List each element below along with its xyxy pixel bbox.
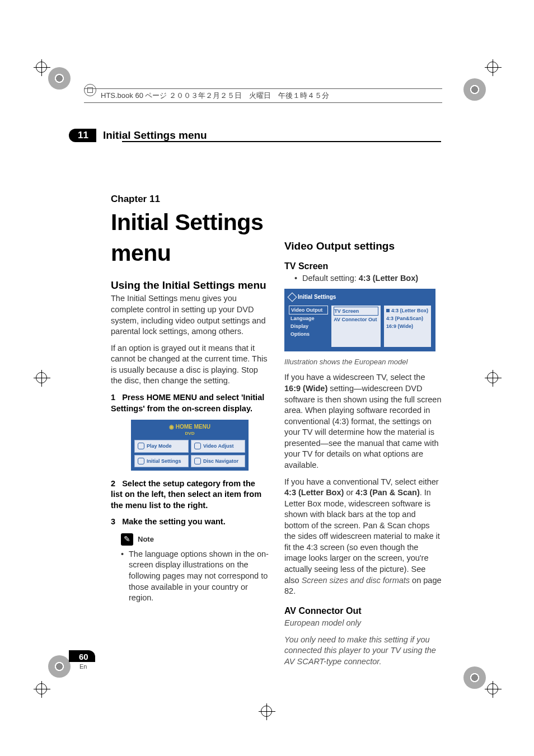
option-16-9-wide[interactable]: 16:9 (Wide) (386, 322, 429, 330)
note-label: Note (138, 534, 154, 544)
step-2: 2 Select the setup category from the lis… (111, 478, 269, 511)
settings-icon (138, 458, 144, 464)
default-value: 4:3 (Letter Box) (359, 274, 418, 283)
note-row: ✎ Note (121, 533, 269, 546)
av-note: You only need to make this setting if yo… (284, 635, 442, 668)
registration-rosette (48, 67, 71, 90)
registration-rosette (463, 666, 486, 689)
settings-category-list: Video Output Language Display Options (289, 306, 328, 347)
disc-icon: ◉ (169, 424, 176, 430)
adjust-icon (194, 443, 201, 449)
note-bullet: The language options shown in the on-scr… (121, 549, 269, 604)
content-area: Chapter 11 Initial Settings menu Using t… (111, 193, 442, 673)
note-icon: ✎ (121, 533, 133, 546)
home-menu-video-adjust[interactable]: Video Adjust (191, 440, 245, 452)
page-number: 60 (69, 650, 95, 662)
option-4-3-panscan[interactable]: 4:3 (Pan&Scan) (386, 314, 429, 322)
home-menu-ui: ◉ HOME MENU DVD Play Mode Video Adjust I… (131, 420, 249, 471)
crop-mark (487, 62, 498, 73)
screen-sizes-ref: Screen sizes and disc formats (302, 576, 410, 585)
letterbox-bold: 4:3 (Letter Box) (284, 488, 344, 497)
main-title: Initial Settings menu (111, 207, 269, 269)
initial-settings-title: Initial Settings (289, 293, 431, 301)
widescreen-para: If you have a widescreen TV, select the … (284, 372, 442, 471)
chapter-label: Chapter 11 (111, 193, 269, 206)
step-number: 1 (111, 393, 115, 402)
header-rule (122, 141, 441, 142)
category-display[interactable]: Display (289, 322, 328, 330)
item-av-connector-out[interactable]: AV Connector Out (334, 316, 378, 323)
panscan-bold: 4:3 (Pan & Scan) (355, 488, 419, 497)
crop-mark (487, 372, 498, 383)
left-column: Chapter 11 Initial Settings menu Using t… (111, 193, 269, 673)
home-menu-initial-settings[interactable]: Initial Settings (134, 455, 189, 467)
category-language[interactable]: Language (289, 314, 328, 322)
crop-mark (36, 62, 47, 73)
settings-icon (288, 292, 297, 302)
step-number: 3 (111, 517, 115, 526)
home-menu-disc-navigator[interactable]: Disc Navigator (191, 455, 245, 467)
home-menu-play-mode[interactable]: Play Mode (134, 440, 189, 452)
intro-para-2: If an option is grayed out it means that… (111, 343, 269, 387)
default-setting-line: Default setting: 4:3 (Letter Box) (294, 273, 442, 284)
crop-mark (36, 683, 47, 694)
initial-settings-ui: Initial Settings Video Output Language D… (284, 289, 435, 351)
crop-mark (487, 683, 498, 694)
navigator-icon (194, 458, 201, 464)
page-language: En (79, 663, 87, 670)
step-number: 2 (111, 479, 115, 488)
step-1: 1 Press HOME MENU and select 'Initial Se… (111, 392, 269, 414)
european-only: European model only (284, 618, 442, 629)
step-text: Select the setup category from the list … (111, 479, 261, 510)
right-column: Video Output settings TV Screen Default … (284, 193, 442, 673)
av-connector-heading: AV Connector Out (284, 605, 442, 617)
home-menu-subtitle: DVD (134, 431, 245, 437)
registration-rosette (48, 655, 71, 678)
option-4-3-letterbox[interactable]: 4:3 (Letter Box) (386, 307, 429, 314)
home-menu-title: ◉ HOME MENU DVD (134, 423, 245, 436)
settings-option-list: 4:3 (Letter Box) 4:3 (Pan&Scan) 16:9 (Wi… (384, 306, 431, 347)
illustration-caption: Illustration shows the European model (284, 357, 442, 367)
section-using-initial-settings: Using the Initial Settings menu (111, 279, 269, 292)
step-text: Make the setting you want. (122, 517, 226, 526)
crop-mark (36, 372, 47, 383)
registration-rosette (463, 78, 486, 101)
settings-item-list: TV Screen AV Connector Out (331, 306, 381, 347)
category-video-output[interactable]: Video Output (289, 306, 328, 314)
conventional-para: If you have a conventional TV, select ei… (284, 477, 442, 597)
intro-para-1: The Initial Settings menu gives you comp… (111, 293, 269, 337)
chapter-number-pill: 11 (69, 129, 96, 142)
item-tv-screen[interactable]: TV Screen (334, 307, 378, 316)
step-text: Press HOME MENU and select 'Initial Sett… (111, 393, 264, 413)
crop-mark (261, 706, 272, 717)
book-header-text: HTS.book 60 ページ ２００３年２月２５日 火曜日 午後１時４５分 (84, 88, 442, 103)
chapter-tab: 11 Initial Settings menu (69, 129, 207, 142)
tv-screen-heading: TV Screen (284, 260, 442, 273)
chapter-tab-title: Initial Settings menu (103, 129, 207, 142)
wide-setting-bold: 16:9 (Wide) (284, 384, 327, 393)
section-video-output: Video Output settings (284, 240, 442, 252)
play-icon (138, 443, 144, 449)
category-options[interactable]: Options (289, 330, 328, 338)
step-3: 3 Make the setting you want. (111, 516, 269, 528)
